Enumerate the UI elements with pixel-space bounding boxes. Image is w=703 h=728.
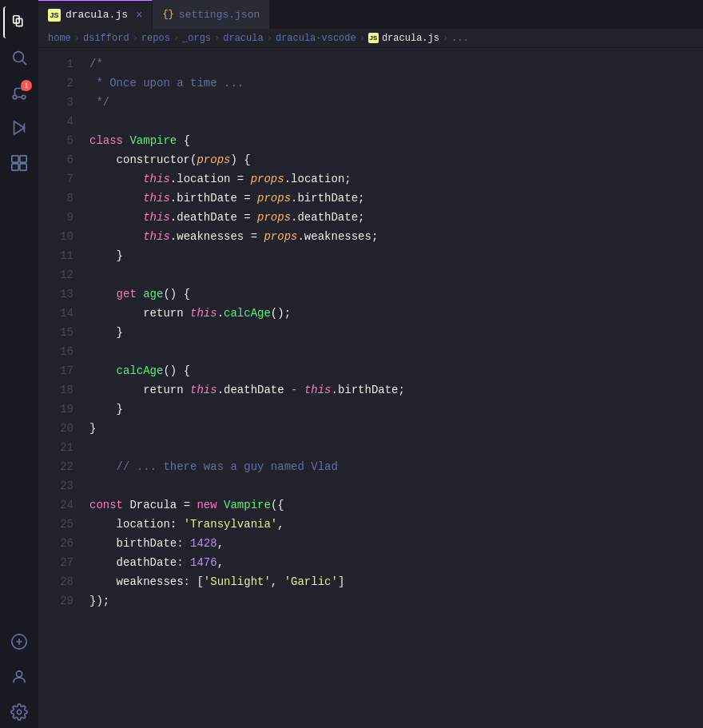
settings-icon[interactable] xyxy=(3,696,35,728)
code-line xyxy=(89,342,703,361)
line-number: 8 xyxy=(38,189,73,208)
tab-label-settings-json: settings.json xyxy=(179,9,260,21)
line-number: 12 xyxy=(38,265,73,284)
svg-point-4 xyxy=(13,95,17,99)
code-line: /* xyxy=(89,54,703,74)
code-line: birthDate: 1428, xyxy=(89,534,703,553)
files-icon[interactable] xyxy=(3,6,35,38)
line-number: 10 xyxy=(38,227,73,246)
line-number: 5 xyxy=(38,131,73,150)
code-line: } xyxy=(89,246,703,265)
code-line: deathDate: 1476, xyxy=(89,553,703,572)
line-number: 7 xyxy=(38,169,73,189)
svg-rect-11 xyxy=(12,164,18,170)
activity-bar: 1 xyxy=(0,0,38,728)
code-line: calcAge() { xyxy=(89,361,703,380)
line-number: 3 xyxy=(38,93,73,112)
code-line xyxy=(89,265,703,284)
code-line: */ xyxy=(89,93,703,112)
line-number: 6 xyxy=(38,150,73,169)
breadcrumb-ellipsis[interactable]: ... xyxy=(451,33,469,44)
breadcrumb-dracula[interactable]: dracula xyxy=(223,33,263,44)
code-line xyxy=(89,438,703,457)
line-number: 19 xyxy=(38,400,73,419)
code-line: get age() { xyxy=(89,284,703,304)
tab-close-dracula-js[interactable]: × xyxy=(136,10,142,21)
line-number: 15 xyxy=(38,323,73,342)
breadcrumb-home[interactable]: home xyxy=(48,33,71,44)
svg-rect-9 xyxy=(12,156,18,162)
code-line: * Once upon a time ... xyxy=(89,74,703,93)
line-number: 14 xyxy=(38,304,73,323)
js-file-icon: JS xyxy=(48,9,61,22)
code-line: return this.calcAge(); xyxy=(89,304,703,323)
tab-label-dracula-js: dracula.js xyxy=(66,9,128,21)
breadcrumb-dsifford[interactable]: dsifford xyxy=(83,33,129,44)
account-icon[interactable] xyxy=(3,661,35,693)
svg-marker-7 xyxy=(14,121,25,135)
line-number: 24 xyxy=(38,495,73,515)
line-number: 20 xyxy=(38,419,73,438)
code-line: weaknesses: ['Sunlight', 'Garlic'] xyxy=(89,572,703,591)
editor: 1234567891011121314151617181920212223242… xyxy=(38,48,703,728)
code-line: class Vampire { xyxy=(89,131,703,150)
code-line: const Dracula = new Vampire({ xyxy=(89,495,703,515)
line-number: 1 xyxy=(38,54,73,74)
breadcrumb-dracula-vscode[interactable]: dracula-vscode xyxy=(276,33,356,44)
line-number: 26 xyxy=(38,534,73,553)
svg-rect-12 xyxy=(20,164,26,170)
breadcrumb-dracula-js[interactable]: dracula.js xyxy=(382,33,439,44)
code-line: this.weaknesses = props.weaknesses; xyxy=(89,227,703,246)
search-icon[interactable] xyxy=(3,42,35,74)
code-line: return this.deathDate - this.birthDate; xyxy=(89,380,703,400)
code-line: // ... there was a guy named Vlad xyxy=(89,457,703,476)
code-line xyxy=(89,112,703,131)
line-number: 13 xyxy=(38,284,73,304)
breadcrumb-orgs[interactable]: _orgs xyxy=(182,33,211,44)
code-line: this.birthDate = props.birthDate; xyxy=(89,189,703,208)
line-number: 23 xyxy=(38,476,73,495)
breadcrumb: home › dsifford › repos › _orgs › dracul… xyxy=(38,29,703,48)
line-number: 11 xyxy=(38,246,73,265)
breadcrumb-repos[interactable]: repos xyxy=(141,33,170,44)
json-file-icon: {} xyxy=(162,9,173,20)
remote-icon[interactable] xyxy=(3,626,35,658)
run-icon[interactable] xyxy=(3,112,35,144)
line-number: 17 xyxy=(38,361,73,380)
line-number: 27 xyxy=(38,553,73,572)
line-number: 18 xyxy=(38,380,73,400)
line-number: 22 xyxy=(38,457,73,476)
code-line: location: 'Transylvania', xyxy=(89,515,703,534)
code-line: } xyxy=(89,323,703,342)
code-line: } xyxy=(89,400,703,419)
tab-settings-json[interactable]: {} settings.json xyxy=(153,0,270,29)
code-line: this.deathDate = props.deathDate; xyxy=(89,208,703,227)
source-control-badge: 1 xyxy=(21,80,32,91)
main-area: JS dracula.js × {} settings.json home › … xyxy=(38,0,703,728)
line-number: 21 xyxy=(38,438,73,457)
line-number: 28 xyxy=(38,572,73,591)
svg-rect-10 xyxy=(20,156,26,162)
line-number: 2 xyxy=(38,74,73,93)
tab-bar: JS dracula.js × {} settings.json xyxy=(38,0,703,29)
code-line xyxy=(89,476,703,495)
line-number: 25 xyxy=(38,515,73,534)
extensions-icon[interactable] xyxy=(3,147,35,179)
svg-line-3 xyxy=(22,61,26,65)
code-line: } xyxy=(89,419,703,438)
code-line: this.location = props.location; xyxy=(89,169,703,189)
svg-point-2 xyxy=(14,52,24,62)
line-number: 9 xyxy=(38,208,73,227)
svg-point-6 xyxy=(22,95,26,99)
source-control-icon[interactable]: 1 xyxy=(3,77,35,109)
tab-dracula-js[interactable]: JS dracula.js × xyxy=(38,0,153,29)
code-line: constructor(props) { xyxy=(89,150,703,169)
svg-point-13 xyxy=(16,671,22,677)
code-content[interactable]: /* * Once upon a time ... */ class Vampi… xyxy=(80,48,703,728)
code-line: }); xyxy=(89,591,703,611)
line-numbers: 1234567891011121314151617181920212223242… xyxy=(38,48,80,728)
line-number: 29 xyxy=(38,591,73,611)
breadcrumb-js-icon: JS xyxy=(368,33,379,43)
line-number: 16 xyxy=(38,342,73,361)
svg-point-14 xyxy=(17,710,22,714)
